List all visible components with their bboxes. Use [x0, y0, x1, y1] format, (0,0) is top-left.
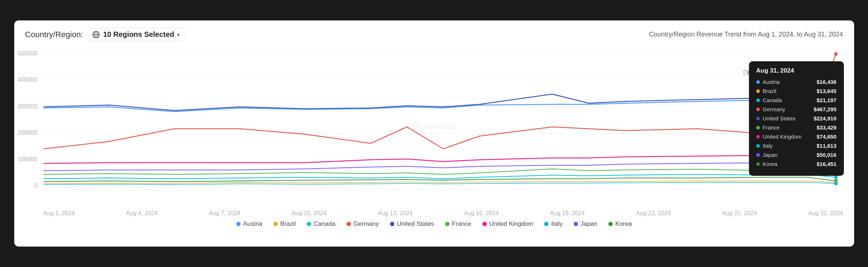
tooltip-country-germany: Germany: [763, 106, 785, 112]
chart-area: 500000 400000 300000 200000 100000 0: [14, 47, 854, 207]
svg-point-4: [834, 52, 838, 56]
tooltip-value-austria: $16,436: [817, 79, 836, 85]
tooltip-country-japan: Japan: [763, 152, 778, 158]
tooltip-value-korea: $16,451: [817, 161, 836, 167]
y-label-500k: 500000: [18, 50, 37, 57]
y-label-100k: 100000: [18, 156, 37, 163]
austria-dot: [756, 80, 760, 84]
tooltip-row-canada: Canada $21,197: [756, 97, 837, 103]
brazil-dot: [756, 89, 760, 93]
legend-austria: Austria: [236, 220, 263, 228]
chart-container: Country/Region: 10 Regions Selected ▾ Co…: [14, 20, 854, 247]
legend-label-austria: Austria: [243, 220, 263, 228]
tooltip-value-japan: $50,016: [817, 152, 836, 158]
x-label-aug25: Aug 25, 2024: [722, 210, 757, 217]
tooltip-row-us: United States $224,910: [756, 115, 837, 121]
tooltip-country-france: France: [763, 124, 780, 131]
us-dot: [756, 117, 760, 120]
x-label-aug10: Aug 10, 2024: [292, 210, 326, 217]
selector-text: 10 Regions Selected: [103, 30, 174, 39]
y-axis: 500000 400000 300000 200000 100000 0: [18, 50, 37, 189]
legend-label-korea: Korea: [615, 220, 632, 228]
y-label-0: 0: [34, 182, 37, 189]
germany-dot: [756, 108, 760, 111]
legend-dot-japan: [574, 222, 578, 226]
svg-point-10: [834, 175, 838, 179]
legend-dot-austria: [236, 222, 241, 226]
chart-header: Country/Region: 10 Regions Selected ▾ Co…: [14, 28, 854, 47]
tooltip-value-canada: $21,197: [817, 97, 836, 103]
tooltip-row-germany: Germany $467,295: [756, 106, 837, 112]
tooltip-country-korea: Korea: [763, 161, 777, 167]
header-left: Country/Region: 10 Regions Selected ▾: [25, 28, 186, 41]
legend-canada: Canada: [307, 220, 336, 228]
legend-dot-canada: [307, 222, 311, 226]
legend-dot-us: [390, 222, 394, 226]
legend-uk: United Kingdom: [482, 220, 534, 228]
tooltip-country-brazil: Brazil: [763, 88, 777, 94]
legend-korea: Korea: [608, 220, 632, 228]
x-label-aug16: Aug 16, 2024: [464, 210, 498, 217]
legend-japan: Japan: [574, 220, 597, 228]
legend-brazil: Brazil: [274, 220, 296, 228]
legend-us: United States: [390, 220, 434, 228]
tooltip-country-canada: Canada: [763, 97, 782, 103]
tooltip-date: Aug 31, 2024: [756, 67, 837, 74]
legend-label-brazil: Brazil: [280, 220, 296, 228]
france-dot: [756, 126, 760, 129]
tooltip-value-uk: $74,650: [817, 134, 836, 140]
x-label-aug13: Aug 13, 2024: [378, 210, 413, 217]
x-label-aug4: Aug 4, 2024: [126, 210, 157, 217]
uk-dot: [756, 135, 760, 139]
tooltip: Aug 31, 2024 Austria $16,436 Brazil $13,…: [749, 61, 844, 176]
x-label-aug22: Aug 22, 2024: [636, 210, 671, 217]
tooltip-row-korea: Korea $16,451: [756, 161, 837, 167]
tooltip-row-brazil: Brazil $13,645: [756, 88, 837, 94]
x-axis: Aug 1, 2024 Aug 4, 2024 Aug 7, 2024 Aug …: [14, 207, 854, 217]
legend-label-germany: Germany: [353, 220, 379, 228]
italy-dot: [756, 144, 760, 148]
korea-dot: [756, 162, 760, 166]
legend-dot-italy: [544, 222, 548, 226]
legend-label-us: United States: [397, 220, 434, 228]
tooltip-row-japan: Japan $50,016: [756, 152, 837, 158]
tooltip-value-brazil: $13,645: [817, 88, 836, 94]
legend-label-canada: Canada: [314, 220, 336, 228]
x-label-aug7: Aug 7, 2024: [209, 210, 240, 217]
tooltip-country-us: United States: [763, 115, 796, 121]
legend-dot-korea: [608, 222, 613, 226]
x-label-aug19: Aug 19, 2024: [550, 210, 585, 217]
legend-label-uk: United Kingdom: [489, 220, 534, 228]
cursor-icon: ☞: [743, 67, 752, 79]
globe-icon: [92, 31, 100, 39]
region-selector[interactable]: 10 Regions Selected ▾: [87, 28, 185, 41]
country-region-label: Country/Region:: [25, 30, 83, 39]
tooltip-rows: Austria $16,436 Brazil $13,645 Canada: [756, 79, 837, 167]
y-label-200k: 200000: [18, 129, 37, 136]
svg-point-13: [834, 182, 838, 185]
tooltip-value-us: $224,910: [814, 115, 837, 121]
chart-svg: [43, 50, 843, 189]
legend-france: France: [445, 220, 471, 228]
tooltip-value-germany: $467,295: [814, 106, 837, 112]
legend-dot-france: [445, 222, 450, 226]
chart-legend: Austria Brazil Canada Germany United Sta…: [14, 217, 854, 231]
tooltip-row-france: France $33,429: [756, 124, 837, 131]
x-label-aug1: Aug 1, 2024: [43, 210, 75, 217]
tooltip-country-uk: United Kingdom: [763, 134, 802, 140]
legend-label-france: France: [452, 220, 471, 228]
tooltip-row-austria: Austria $16,436: [756, 79, 837, 85]
x-label-aug31: Aug 31, 2024: [808, 210, 843, 217]
legend-germany: Germany: [347, 220, 379, 228]
y-label-400k: 400000: [18, 77, 37, 83]
legend-label-japan: Japan: [581, 220, 597, 228]
legend-italy: Italy: [544, 220, 562, 228]
legend-dot-uk: [482, 222, 487, 226]
tooltip-country-italy: Italy: [763, 143, 773, 149]
legend-dot-brazil: [274, 222, 278, 226]
japan-dot: [756, 153, 760, 157]
tooltip-country-austria: Austria: [763, 79, 780, 85]
tooltip-value-france: $33,429: [817, 124, 836, 131]
canada-dot: [756, 98, 760, 102]
tooltip-row-uk: United Kingdom $74,650: [756, 134, 837, 140]
